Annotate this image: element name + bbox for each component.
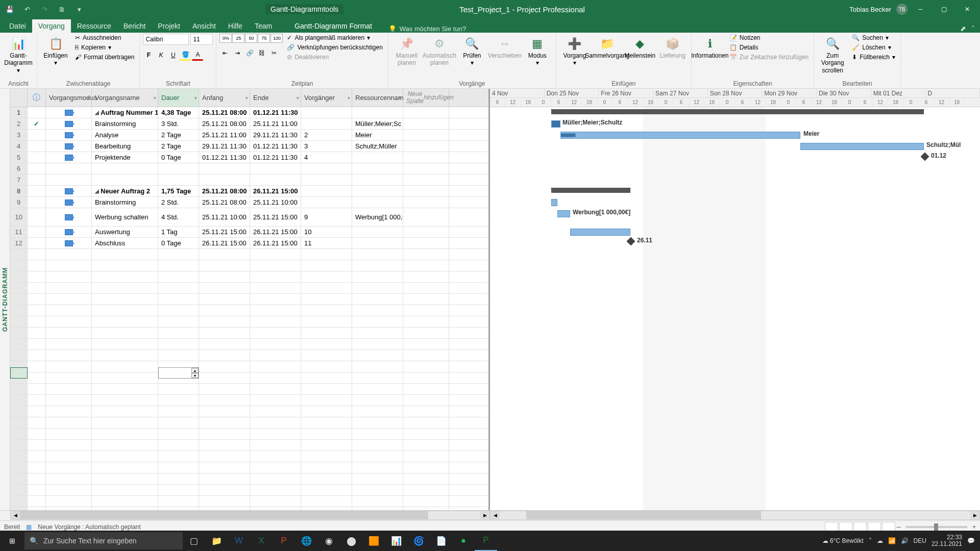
col-predecessors[interactable]: Vorgänger▾: [301, 89, 352, 107]
auto-schedule-button[interactable]: ⚙Automatisch planen: [424, 34, 455, 69]
notes-button[interactable]: 📝Notizen: [727, 34, 811, 42]
gantt-bar[interactable]: [560, 132, 800, 139]
cell-end[interactable]: 29.11.21 11:30: [250, 130, 301, 140]
cell-resources[interactable]: [352, 227, 403, 237]
col-task-name[interactable]: Vorgangsname▾: [92, 89, 158, 107]
row-header[interactable]: 3: [10, 130, 28, 140]
col-start[interactable]: Anfang▾: [199, 89, 250, 107]
cell-info[interactable]: [28, 152, 46, 163]
table-row[interactable]: 6: [10, 163, 488, 174]
table-row[interactable]: 3Analyse2 Tage25.11.21 11:0029.11.21 11:…: [10, 130, 488, 141]
system-clock[interactable]: 22:3322.11.2021: [932, 534, 962, 547]
cell-resources[interactable]: Werbung[1 000,00€]: [352, 208, 403, 226]
col-add-new[interactable]: Neue Spaltehinzufügen: [403, 89, 449, 107]
cell-resources[interactable]: [352, 107, 403, 118]
table-row[interactable]: 12Abschluss0 Tage26.11.21 15:0026.11.21 …: [10, 238, 488, 249]
cell-predecessors[interactable]: 10: [301, 227, 352, 237]
zoom-in-button[interactable]: +: [972, 523, 976, 531]
cell-end[interactable]: 01.12.21 11:30: [250, 152, 301, 163]
tab-ressource[interactable]: Ressource: [71, 19, 117, 33]
cell-duration[interactable]: 2 Tage: [158, 130, 199, 140]
gantt-bar[interactable]: [557, 210, 570, 217]
cell-name[interactable]: Auswertung: [92, 227, 158, 237]
pct-100[interactable]: 100: [271, 34, 283, 43]
explorer-icon[interactable]: 📁: [205, 531, 228, 551]
cell-predecessors[interactable]: [301, 197, 352, 208]
inspect-button[interactable]: 🔍Prüfen▾: [457, 34, 487, 69]
col-info[interactable]: ⓘ: [28, 89, 46, 107]
underline-button[interactable]: U: [167, 49, 179, 61]
row-header[interactable]: 10: [10, 208, 28, 226]
cell-duration[interactable]: 3 Std.: [158, 118, 199, 129]
view-sidebar[interactable]: GANTT-DIAGRAMM: [0, 89, 10, 510]
col-resources[interactable]: Ressourcennam▾: [352, 89, 403, 107]
cell-mode[interactable]: [46, 130, 92, 140]
cell-predecessors[interactable]: 3: [301, 141, 352, 152]
row-header[interactable]: 1: [10, 107, 28, 118]
table-row[interactable]: [10, 350, 488, 361]
outdent-button[interactable]: ⇤: [219, 47, 231, 59]
zoom-out-button[interactable]: ─: [896, 523, 901, 531]
select-all-corner[interactable]: [10, 89, 28, 107]
font-color-button[interactable]: A: [192, 49, 203, 61]
tray-chevron-icon[interactable]: ˄: [869, 537, 872, 544]
cell-resources[interactable]: [352, 163, 403, 174]
spin-down-icon[interactable]: ▼: [191, 373, 199, 378]
tab-hilfe[interactable]: Hilfe: [222, 19, 249, 33]
font-size-select[interactable]: [190, 34, 213, 45]
cell-info[interactable]: [28, 227, 46, 237]
spotify-icon[interactable]: ●: [452, 531, 475, 551]
active-cell-editor[interactable]: ▲▼: [158, 367, 199, 379]
respect-links-button[interactable]: 🔗Verknüpfungen berücksichtigen: [285, 43, 384, 52]
table-row[interactable]: [10, 305, 488, 316]
cell-start[interactable]: 25.11.21 10:00: [199, 208, 250, 226]
cell-info[interactable]: [28, 141, 46, 152]
cell-end[interactable]: 26.11.21 15:00: [250, 186, 301, 196]
link-tasks-button[interactable]: 🔗: [244, 47, 255, 59]
cell-start[interactable]: 25.11.21 08:00: [199, 107, 250, 118]
cell-start[interactable]: 25.11.21 08:00: [199, 118, 250, 129]
collapse-icon[interactable]: ◢: [95, 188, 99, 194]
cell-resources[interactable]: [352, 186, 403, 196]
gantt-view-button[interactable]: 📊Gantt-Diagramm▾: [3, 34, 34, 76]
cell-end[interactable]: 26.11.21 15:00: [250, 227, 301, 237]
paste-button[interactable]: 📋Einfügen▾: [40, 34, 71, 69]
tab-format[interactable]: Gantt-Diagramm Format: [288, 19, 378, 33]
col-duration[interactable]: Dauer▾: [158, 89, 199, 107]
tab-vorgang[interactable]: Vorgang: [32, 19, 71, 33]
cell-info[interactable]: [28, 186, 46, 196]
col-task-mode[interactable]: Vorgangsmodus▾: [46, 89, 92, 107]
cell-resources[interactable]: Meier: [352, 130, 403, 140]
cell-resources[interactable]: [352, 197, 403, 208]
taskbar-search[interactable]: 🔍Zur Suche Text hier eingeben: [24, 532, 183, 549]
bold-button[interactable]: F: [143, 49, 154, 61]
table-row[interactable]: [10, 316, 488, 328]
copy-button[interactable]: ⎘Kopieren▾: [73, 43, 136, 52]
row-header[interactable]: 6: [10, 163, 28, 174]
cell-predecessors[interactable]: [301, 174, 352, 185]
cell-name[interactable]: [92, 174, 158, 185]
spinner[interactable]: ▲▼: [191, 368, 199, 378]
notepad-icon[interactable]: 📄: [430, 531, 452, 551]
cell-duration[interactable]: [158, 163, 199, 174]
cell-end[interactable]: 25.11.21 15:00: [250, 208, 301, 226]
table-row[interactable]: [10, 260, 488, 271]
tell-me-search[interactable]: 💡Was möchten Sie tun?: [388, 25, 466, 33]
table-row[interactable]: [10, 372, 488, 384]
cell-mode[interactable]: [46, 197, 92, 208]
cell-mode[interactable]: [46, 238, 92, 248]
row-header[interactable]: 4: [10, 141, 28, 152]
cell-start[interactable]: 29.11.21 11:30: [199, 141, 250, 152]
cell-duration[interactable]: 0 Tage: [158, 238, 199, 248]
cell-start[interactable]: 26.11.21 15:00: [199, 238, 250, 248]
grid-hscroll[interactable]: ◀▶: [10, 511, 490, 520]
cell-mode[interactable]: [46, 118, 92, 129]
table-row[interactable]: 4Bearbeitung2 Tage29.11.21 11:3001.12.21…: [10, 141, 488, 152]
cell-mode[interactable]: [46, 107, 92, 118]
cell-name[interactable]: Projektende: [92, 152, 158, 163]
cell-start[interactable]: 25.11.21 15:00: [199, 227, 250, 237]
cell-name[interactable]: Brainstorming: [92, 197, 158, 208]
fill-button[interactable]: ⬇Füllbereich▾: [850, 53, 897, 61]
gantt-summary-bar[interactable]: [551, 109, 924, 114]
table-row[interactable]: [10, 496, 488, 507]
